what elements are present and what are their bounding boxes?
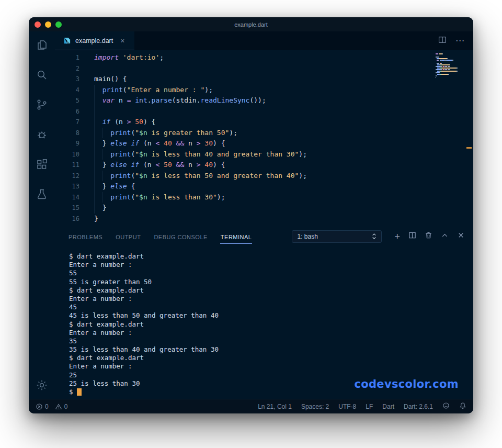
code-line[interactable]: 4 print("Enter a number : "); [55, 85, 473, 96]
extensions-icon [36, 158, 48, 171]
tab-close-icon[interactable]: × [120, 37, 124, 45]
code-text: print("$n is less than 40 and greater th… [94, 149, 307, 160]
line-number: 4 [55, 85, 79, 96]
terminal[interactable]: $ dart example.dartEnter a number : 5555… [55, 245, 473, 399]
problems-warnings[interactable]: 0 [55, 403, 68, 410]
traffic-lights [29, 21, 62, 28]
minimize-window-button[interactable] [45, 21, 51, 28]
sidebar-item-source-control[interactable] [36, 98, 48, 111]
status-item[interactable]: Spaces: 2 [301, 403, 329, 410]
sidebar-item-search[interactable] [36, 69, 48, 81]
indent-guide [94, 95, 95, 106]
smiley-icon [442, 402, 450, 409]
code-line[interactable]: 13 } else { [55, 181, 473, 192]
close-panel-button[interactable] [457, 231, 465, 241]
code-line[interactable]: 9 } else if (n < 40 && n > 30) { [55, 138, 473, 149]
panel-tab-terminal[interactable]: TERMINAL [220, 229, 253, 244]
panel-tab-debug-console[interactable]: DEBUG CONSOLE [153, 229, 208, 244]
code-line[interactable]: 1import 'dart:io'; [55, 52, 473, 63]
search-icon [36, 69, 48, 81]
status-item[interactable]: Dart [382, 403, 394, 410]
activity-bar [29, 31, 55, 399]
panel-tab-output[interactable]: OUTPUT [115, 229, 141, 244]
minimap[interactable] [436, 53, 466, 79]
tab-example-dart[interactable]: example.dart × [55, 31, 134, 50]
tab-label: example.dart [75, 37, 113, 44]
dart-icon [63, 37, 71, 44]
window-title: example.dart [29, 21, 473, 28]
error-icon [36, 403, 43, 410]
terminal-line: Enter a number : [69, 261, 473, 269]
updown-icon [370, 232, 378, 240]
sidebar-item-extensions[interactable] [36, 158, 48, 171]
bottom-panel: PROBLEMSOUTPUTDEBUG CONSOLETERMINAL 1: b… [55, 227, 473, 399]
code-line[interactable]: 5 var n = int.parse(stdin.readLineSync()… [55, 95, 473, 106]
warning-icon [55, 403, 62, 410]
code-line[interactable]: 14 print("$n is less than 30"); [55, 192, 473, 203]
overview-ruler-mark [466, 147, 472, 149]
zoom-window-button[interactable] [55, 21, 62, 28]
terminal-line: 55 [69, 269, 473, 277]
sidebar-item-test[interactable] [36, 188, 48, 200]
code-line[interactable]: 16} [55, 214, 473, 225]
terminal-line: 35 [69, 337, 473, 345]
code-text: print("Enter a number : "); [94, 85, 213, 96]
status-item[interactable]: LF [366, 403, 373, 410]
code-line[interactable]: 2 [55, 63, 473, 74]
terminal-line: Enter a number : [69, 329, 473, 337]
gear-icon [36, 379, 48, 391]
indent-guide [94, 138, 95, 149]
code-text: } [94, 203, 106, 214]
indent-guide [94, 85, 95, 96]
status-item[interactable]: UTF-8 [338, 403, 356, 410]
code-line[interactable]: 8 print("$n is greater than 50"); [55, 128, 473, 139]
code-text: print("$n is greater than 50"); [94, 128, 237, 139]
more-actions-button[interactable]: ⋯ [455, 38, 465, 43]
code-lines[interactable]: 1import 'dart:io';23main() {4 print("Ent… [55, 52, 473, 224]
feedback-button[interactable] [442, 402, 450, 411]
line-number: 12 [55, 171, 79, 182]
maximize-panel-button[interactable] [441, 231, 449, 241]
sidebar-item-explorer[interactable] [36, 39, 48, 51]
line-number: 11 [55, 160, 79, 171]
sidebar-item-debug[interactable] [36, 128, 48, 141]
code-line[interactable]: 10 print("$n is less than 40 and greater… [55, 149, 473, 160]
code-line[interactable]: 7 if (n > 50) { [55, 117, 473, 128]
source-control-icon [36, 98, 48, 111]
panel-tabs: PROBLEMSOUTPUTDEBUG CONSOLETERMINAL [68, 229, 264, 244]
split-terminal-button[interactable] [408, 231, 416, 241]
indent-guide [102, 192, 103, 203]
code-line[interactable]: 6 [55, 106, 473, 117]
panel-header: PROBLEMSOUTPUTDEBUG CONSOLETERMINAL 1: b… [55, 227, 473, 245]
close-window-button[interactable] [35, 21, 41, 28]
status-right-items: Ln 21, Col 1Spaces: 2UTF-8LFDartDart: 2.… [258, 403, 433, 410]
code-line[interactable]: 12 print("$n is less than 50 and greater… [55, 171, 473, 182]
bell-icon [459, 402, 466, 409]
line-number: 9 [55, 138, 79, 149]
notifications-button[interactable] [459, 402, 466, 411]
code-line[interactable]: 15 } [55, 203, 473, 214]
indent-guide [94, 192, 95, 203]
problems-errors[interactable]: 0 [36, 403, 49, 410]
split-editor-button[interactable] [438, 35, 447, 47]
code-line[interactable]: 11 } else if (n < 50 && n > 40) { [55, 160, 473, 171]
code-line[interactable]: 3main() { [55, 74, 473, 85]
status-item[interactable]: Dart: 2.6.1 [404, 403, 433, 410]
kill-terminal-button[interactable] [425, 231, 432, 241]
panel-tab-problems[interactable]: PROBLEMS [68, 229, 103, 244]
line-number: 13 [55, 181, 79, 192]
status-item[interactable]: Ln 21, Col 1 [258, 403, 292, 410]
indent-guide [102, 149, 103, 160]
split-editor-icon [438, 35, 447, 44]
editor[interactable]: 1import 'dart:io';23main() {4 print("Ent… [55, 50, 473, 227]
terminal-line: $ dart example.dart [69, 252, 473, 261]
code-text: main() { [94, 74, 127, 85]
settings-button[interactable] [36, 379, 48, 391]
beaker-icon [36, 188, 48, 200]
new-terminal-button[interactable]: + [394, 233, 400, 240]
indent-guide [102, 128, 103, 139]
error-count: 0 [45, 403, 49, 410]
indent-guide [94, 171, 95, 182]
vscode-window: example.dart [29, 17, 473, 413]
terminal-select[interactable]: 1: bash [292, 230, 382, 243]
